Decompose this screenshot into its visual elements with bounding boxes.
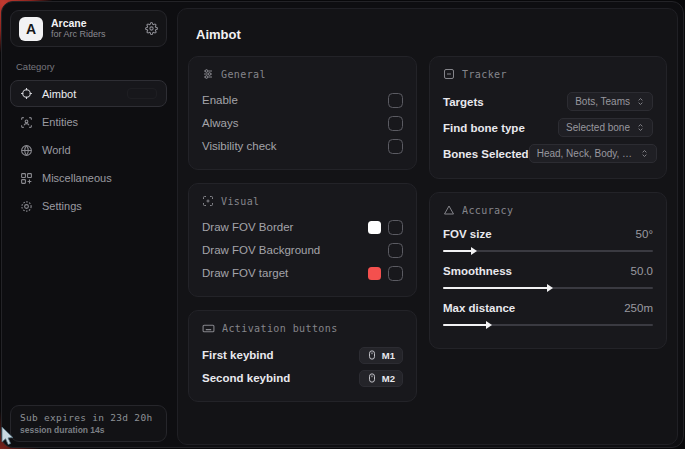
card-title: General (221, 69, 266, 80)
mouse-cursor (1, 427, 18, 449)
sidebar-item-aimbot[interactable]: Aimbot (10, 80, 167, 107)
setting-row-always: Always (202, 112, 403, 134)
visual-card-header: Visual (202, 195, 403, 207)
sidebar-item-settings[interactable]: Settings (10, 193, 167, 219)
tracker-row-targets: Targets Bots, Teams (443, 89, 653, 114)
slider-label: Smoothness (443, 265, 512, 277)
accuracy-card-header: Accuracy (443, 204, 653, 216)
dropdown-value: Bots, Teams (575, 96, 630, 107)
card-title: Accuracy (462, 205, 513, 216)
sidebar-item-entities[interactable]: Entities (10, 109, 167, 135)
main-panel: Aimbot General Enable Alw (177, 8, 678, 445)
draw-fov-target-checkbox[interactable] (388, 266, 403, 281)
mouse-icon (367, 373, 377, 383)
always-checkbox[interactable] (388, 116, 403, 131)
keybind-row-first: First keybind M1 (202, 344, 403, 366)
tracker-label: Bones Selected (443, 148, 529, 160)
general-card-header: General (202, 68, 403, 80)
accuracy-card: Accuracy FOV size 50° (429, 192, 667, 349)
tracker-label: Targets (443, 96, 484, 108)
general-card: General Enable Always Visibility check (188, 56, 417, 170)
setting-label: Always (202, 117, 238, 129)
sidebar-item-miscellaneous[interactable]: Miscellaneous (10, 165, 167, 191)
color-swatch[interactable] (368, 267, 381, 280)
keybind-hint (127, 88, 157, 99)
dropdown-value: Head, Neck, Body, Fe... (537, 148, 634, 159)
viewfinder-icon (202, 195, 214, 207)
category-label: Category (16, 61, 167, 72)
tracker-label: Find bone type (443, 122, 525, 134)
session-duration-text: session duration 14s (20, 425, 157, 435)
square-minus-icon (443, 68, 455, 80)
setting-row-visibility-check: Visibility check (202, 135, 403, 157)
gear-icon (20, 200, 33, 213)
sliders-icon (202, 68, 214, 80)
setting-row-enable: Enable (202, 89, 403, 111)
brand-card: A Arcane for Arc Riders (10, 10, 167, 47)
entities-icon (20, 116, 33, 129)
card-title: Visual (221, 196, 260, 207)
chevrons-up-down-icon (636, 123, 645, 132)
slider-group-smoothness: Smoothness 50.0 (443, 262, 653, 289)
app-logo: A (19, 17, 43, 41)
slider-value: 50.0 (631, 265, 653, 277)
brand-text: Arcane for Arc Riders (51, 17, 137, 39)
triangle-icon (443, 204, 455, 216)
draw-fov-border-checkbox[interactable] (388, 220, 403, 235)
setting-label: Draw FOV Border (202, 221, 293, 233)
chevrons-up-down-icon (640, 149, 649, 158)
keybind-row-second: Second keybind M2 (202, 367, 403, 389)
gear-icon[interactable] (145, 22, 158, 35)
setting-row-draw-fov-target: Draw FOV target (202, 262, 403, 284)
activation-buttons-card: Activation buttons First keybind M1 Seco… (188, 310, 417, 402)
max-distance-slider[interactable] (443, 324, 653, 326)
second-keybind-button[interactable]: M2 (359, 370, 403, 387)
page-title: Aimbot (196, 27, 667, 42)
slider-label: Max distance (443, 302, 515, 314)
key-value: M1 (382, 350, 395, 361)
sidebar: A Arcane for Arc Riders Category Aimbot … (2, 2, 175, 447)
slider-value: 250m (624, 302, 653, 314)
setting-label: Visibility check (202, 140, 277, 152)
activation-card-header: Activation buttons (202, 322, 403, 335)
sidebar-item-world[interactable]: World (10, 137, 167, 163)
slider-fill (443, 250, 472, 252)
keyboard-icon (202, 322, 215, 335)
slider-thumb[interactable] (486, 321, 492, 329)
setting-row-draw-fov-background: Draw FOV Background (202, 239, 403, 261)
color-swatch[interactable] (368, 221, 381, 234)
setting-label: Draw FOV Background (202, 244, 320, 256)
sidebar-item-label: World (42, 144, 71, 156)
tracker-row-find-bone-type: Find bone type Selected bone (443, 115, 653, 140)
sidebar-item-label: Entities (42, 116, 78, 128)
draw-fov-background-checkbox[interactable] (388, 243, 403, 258)
fov-size-slider[interactable] (443, 250, 653, 252)
grid-icon (20, 172, 33, 185)
dropdown-value: Selected bone (566, 122, 630, 133)
slider-group-max-distance: Max distance 250m (443, 299, 653, 326)
setting-label: Enable (202, 94, 238, 106)
chevrons-up-down-icon (636, 97, 645, 106)
card-title: Activation buttons (222, 323, 338, 334)
crosshair-icon (20, 87, 33, 100)
app-window: A Arcane for Arc Riders Category Aimbot … (1, 1, 684, 448)
setting-row-draw-fov-border: Draw FOV Border (202, 216, 403, 238)
enable-checkbox[interactable] (388, 93, 403, 108)
key-value: M2 (382, 373, 395, 384)
targets-dropdown[interactable]: Bots, Teams (567, 92, 653, 111)
sidebar-item-label: Aimbot (42, 88, 76, 100)
app-title: Arcane (51, 17, 137, 29)
slider-thumb[interactable] (471, 247, 477, 255)
find-bone-type-dropdown[interactable]: Selected bone (558, 118, 653, 137)
visibility-check-checkbox[interactable] (388, 139, 403, 154)
tracker-card-header: Tracker (443, 68, 653, 80)
slider-fill (443, 287, 548, 289)
subscription-card: Sub expires in 23d 20h session duration … (10, 405, 167, 442)
bones-selected-dropdown[interactable]: Head, Neck, Body, Fe... (529, 144, 657, 163)
slider-thumb[interactable] (547, 284, 553, 292)
mouse-icon (367, 350, 377, 360)
first-keybind-button[interactable]: M1 (359, 347, 403, 364)
sidebar-item-label: Settings (42, 200, 82, 212)
smoothness-slider[interactable] (443, 287, 653, 289)
right-column: Tracker Targets Bots, Teams Find bone ty… (429, 56, 667, 349)
